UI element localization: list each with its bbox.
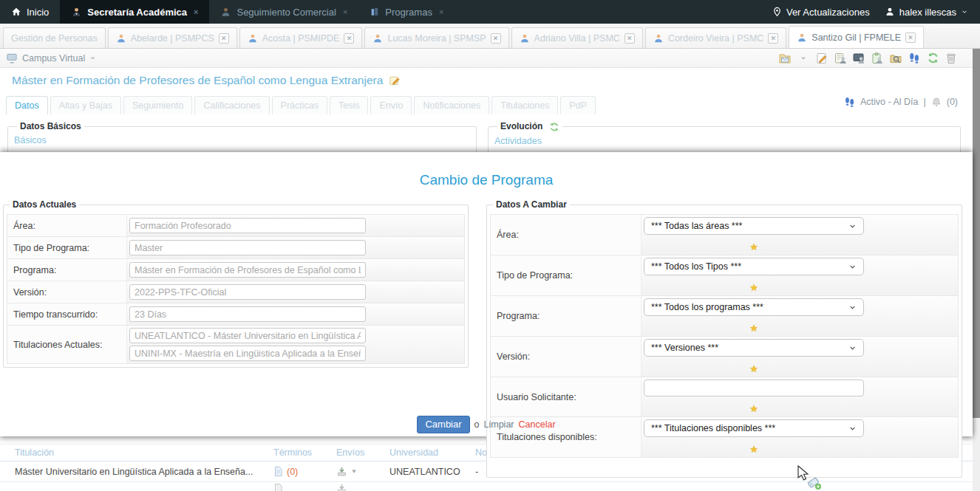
- tab-seguimiento[interactable]: Seguimiento: [123, 96, 193, 114]
- field-row-tipo-nuevo: Tipo de Programa: *** Todos los Tipos **…: [491, 255, 958, 296]
- clipboard-person-icon[interactable]: [871, 52, 884, 65]
- field-row-area: Área:: [7, 215, 464, 237]
- tab-acosta[interactable]: Acosta | PSMIPDE ✕: [239, 27, 363, 48]
- version-readonly-input: [129, 284, 366, 300]
- universidad-cell: UNEATLANTICO: [389, 467, 475, 477]
- vertical-scrollbar-track[interactable]: [973, 49, 980, 491]
- close-tab-icon[interactable]: ✕: [768, 33, 778, 44]
- footprints-icon: [844, 96, 855, 108]
- status-separator: |: [923, 97, 925, 107]
- edit-icon[interactable]: [815, 52, 828, 65]
- bell-icon[interactable]: [931, 97, 942, 108]
- close-tab-icon[interactable]: ✕: [219, 33, 229, 44]
- required-star-icon: ★: [749, 363, 758, 374]
- programa-select[interactable]: *** Todos los programas ***: [644, 298, 864, 316]
- tab-label: Titulaciones: [500, 100, 549, 111]
- document-icon[interactable]: [273, 466, 283, 477]
- refresh-icon[interactable]: [549, 122, 559, 132]
- terminos-cell: (0): [273, 466, 336, 477]
- version-select[interactable]: *** Versiones ***: [644, 339, 864, 357]
- nav-tab-secretaria-academica[interactable]: Secretaría Académica ×: [60, 0, 209, 24]
- tab-envio[interactable]: Envío: [370, 96, 412, 114]
- select-chevron-icon: [848, 345, 857, 351]
- mail-folder-icon[interactable]: [778, 52, 792, 65]
- datos-actuales-fieldset: Datos Actuales Área: Tipo de Programa: P…: [3, 199, 469, 368]
- tipo-programa-select[interactable]: *** Todos los Tipos ***: [644, 258, 864, 275]
- page-title-row: Máster en Formación de Profesores de Esp…: [12, 74, 401, 87]
- footprints-icon[interactable]: [908, 52, 921, 65]
- vertical-scrollbar-thumb[interactable]: [973, 49, 980, 418]
- col-terminos: Términos: [273, 447, 336, 458]
- col-titulacion: Titulación: [15, 447, 273, 458]
- document-icon[interactable]: [273, 483, 283, 491]
- tab-tesis[interactable]: Tesis: [330, 96, 368, 114]
- campus-virtual-label: Campus Virtual: [22, 53, 85, 63]
- tab-abelarde[interactable]: Abelarde | PSMPCS ✕: [108, 27, 237, 48]
- nav-tab-seguimiento-comercial[interactable]: Seguimiento Comercial ×: [209, 0, 358, 24]
- field-row-version-nueva: Versión: *** Versiones *** ★: [491, 337, 958, 377]
- ver-actualizaciones-button[interactable]: Ver Actualizaciones: [772, 7, 870, 18]
- selected-option-label: *** Todas las áreas ***: [651, 221, 742, 231]
- titulacion-1-readonly-input: [129, 328, 366, 343]
- person-icon: [520, 33, 530, 44]
- updates-pin-icon: [772, 7, 782, 17]
- nav-tab-label: Secretaría Académica: [87, 7, 187, 18]
- required-star-icon: ★: [749, 403, 758, 414]
- actividades-link[interactable]: Actividades: [494, 136, 542, 146]
- tab-practicas[interactable]: Prácticas: [272, 96, 327, 114]
- cambiar-button[interactable]: Cambiar: [417, 416, 469, 433]
- close-tab-icon[interactable]: ×: [343, 7, 347, 16]
- tab-notificaciones[interactable]: Notificaciones: [414, 96, 489, 114]
- edit-title-icon[interactable]: [389, 75, 401, 87]
- tab-label: Seguimiento: [132, 100, 184, 111]
- tab-altas-y-bajas[interactable]: Altas y Bajas: [50, 96, 121, 114]
- close-tab-icon[interactable]: ✕: [491, 33, 501, 44]
- notes-person-icon[interactable]: [834, 52, 847, 65]
- dropdown-caret-icon[interactable]: [797, 52, 810, 65]
- secondary-toolbar: Campus Virtual: [0, 49, 973, 68]
- usuario-solicitante-input[interactable]: [644, 380, 864, 396]
- tab-label: PdP: [569, 100, 587, 111]
- nav-tab-inicio[interactable]: Inicio: [0, 0, 60, 24]
- envios-cell: ▼: [336, 466, 389, 477]
- field-row-programa-nuevo: Programa: *** Todos los programas *** ★: [491, 296, 958, 337]
- limpiar-link[interactable]: Limpiar: [484, 419, 514, 430]
- tab-gestion-de-personas[interactable]: Gestión de Personas: [3, 27, 106, 48]
- campus-virtual-dropdown[interactable]: Campus Virtual: [6, 52, 96, 63]
- field-label: Versión:: [491, 337, 642, 377]
- cancelar-link[interactable]: Cancelar: [519, 419, 556, 430]
- trash-icon[interactable]: [945, 52, 958, 65]
- tab-label: Santizo Gil | FPMELE: [811, 32, 901, 43]
- tiempo-readonly-input: [129, 306, 366, 322]
- area-select[interactable]: *** Todas las áreas ***: [644, 217, 864, 235]
- user-name-label: halex illescas: [899, 7, 956, 18]
- close-tab-icon[interactable]: ✕: [625, 33, 635, 44]
- tab-lucas-moreira[interactable]: Lucas Moreira | SPMSP ✕: [364, 27, 508, 48]
- close-tab-icon[interactable]: ✕: [905, 32, 916, 43]
- tab-datos[interactable]: Datos: [6, 96, 48, 114]
- field-label: Tipo de Programa:: [491, 255, 642, 295]
- titulacion-2-readonly-input: [129, 346, 366, 361]
- screen-person-icon[interactable]: [852, 52, 865, 65]
- field-row-tipo-programa: Tipo de Programa:: [7, 237, 464, 259]
- user-menu[interactable]: halex illescas: [885, 7, 968, 18]
- envios-dropdown-caret[interactable]: ▼: [351, 468, 357, 475]
- tab-titulaciones[interactable]: Titulaciones: [491, 96, 558, 114]
- search-folder-icon[interactable]: [889, 52, 902, 65]
- close-tab-icon[interactable]: ×: [439, 7, 443, 16]
- tab-adriano-villa[interactable]: Adriano Villa | PSMC ✕: [511, 27, 643, 48]
- send-download-icon[interactable]: [336, 466, 347, 477]
- send-download-icon[interactable]: [336, 483, 347, 491]
- nav-tab-programas[interactable]: Programas ×: [358, 0, 455, 24]
- tab-cordeiro-vieira[interactable]: Cordeiro Vieira | PSMC ✕: [645, 27, 786, 48]
- selected-option-label: *** Versiones ***: [651, 343, 718, 353]
- close-tab-icon[interactable]: ✕: [344, 33, 354, 44]
- basicos-link[interactable]: Básicos: [14, 135, 47, 145]
- tab-santizo-gil[interactable]: Santizo Gil | FPMELE ✕: [789, 26, 924, 48]
- tab-pdp[interactable]: PdP: [560, 96, 596, 114]
- close-tab-icon[interactable]: ×: [194, 7, 198, 16]
- selected-option-label: *** Todos los programas ***: [651, 302, 763, 312]
- refresh-icon[interactable]: [926, 52, 939, 65]
- background-content: Datos Básicos Básicos Nombre: 2022-PPS-T…: [0, 118, 973, 153]
- tab-calificaciones[interactable]: Calificaciones: [194, 96, 269, 114]
